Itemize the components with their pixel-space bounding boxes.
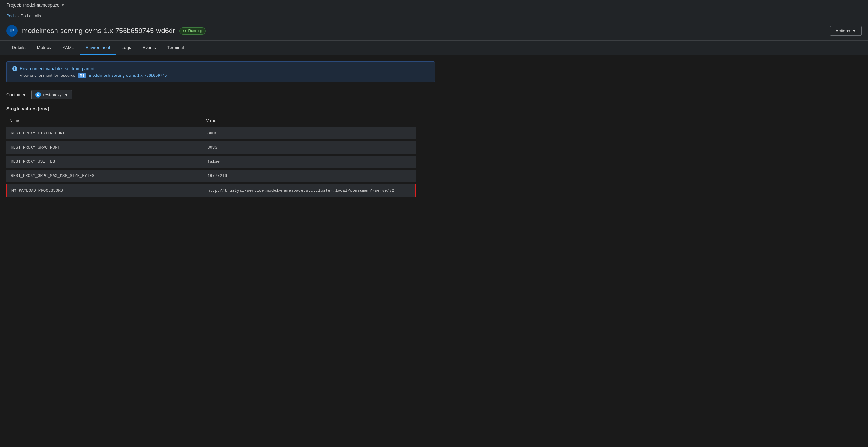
info-banner-body: View environment for resource RS modelme… <box>12 73 429 78</box>
container-label: Container: <box>6 92 27 97</box>
col-value-header: Value <box>203 117 416 125</box>
breadcrumb-pods-link[interactable]: Pods <box>6 13 16 18</box>
container-row: Container: C rest-proxy ▼ <box>6 90 862 100</box>
info-banner-body-prefix: View environment for resource <box>20 73 75 78</box>
rs-link[interactable]: modelmesh-serving-ovms-1.x-756b659745 <box>89 73 167 78</box>
tab-environment[interactable]: Environment <box>80 41 116 55</box>
project-selector[interactable]: Project: model-namespace ▼ <box>6 2 65 7</box>
actions-label: Actions <box>836 28 850 33</box>
tab-logs[interactable]: Logs <box>116 41 137 55</box>
env-value-cell: false <box>203 156 416 168</box>
tab-events[interactable]: Events <box>137 41 162 55</box>
breadcrumb: Pods › Pod details <box>0 10 868 22</box>
env-value-cell: http://trustyai-service.model-namespace.… <box>203 184 416 197</box>
tab-yaml[interactable]: YAML <box>57 41 80 55</box>
table-row: REST_PROXY_LISTEN_PORT8008 <box>6 127 416 139</box>
env-name-cell: REST_PROXY_LISTEN_PORT <box>6 127 203 139</box>
tab-metrics[interactable]: Metrics <box>31 41 57 55</box>
project-chevron-icon: ▼ <box>61 3 65 7</box>
info-banner: i Environment variables set from parent … <box>6 61 435 82</box>
table-row: REST_PROXY_GRPC_PORT8033 <box>6 141 416 153</box>
top-bar: Project: model-namespace ▼ <box>0 0 868 10</box>
tabs-nav: Details Metrics YAML Environment Logs Ev… <box>0 41 868 55</box>
actions-button[interactable]: Actions ▼ <box>830 26 862 36</box>
env-value-cell: 8033 <box>203 141 416 153</box>
tab-details[interactable]: Details <box>6 41 31 55</box>
breadcrumb-separator: › <box>18 14 19 18</box>
container-icon: C <box>35 92 41 98</box>
info-banner-title: i Environment variables set from parent <box>12 66 429 71</box>
status-text: Running <box>188 29 203 33</box>
breadcrumb-current: Pod details <box>21 13 41 18</box>
info-icon: i <box>12 66 17 71</box>
env-name-cell: REST_PROXY_USE_TLS <box>6 156 203 168</box>
table-row: MM_PAYLOAD_PROCESSORShttp://trustyai-ser… <box>6 184 416 197</box>
table-row: REST_PROXY_GRPC_MAX_MSG_SIZE_BYTES167772… <box>6 170 416 182</box>
main-content: i Environment variables set from parent … <box>0 55 868 206</box>
env-table: Name Value REST_PROXY_LISTEN_PORT8008RES… <box>6 115 416 199</box>
info-banner-title-text: Environment variables set from parent <box>20 66 95 71</box>
running-icon: ↻ <box>183 29 186 33</box>
env-section-title: Single values (env) <box>6 106 862 111</box>
container-dropdown[interactable]: C rest-proxy ▼ <box>31 90 72 100</box>
env-name-cell: REST_PROXY_GRPC_PORT <box>6 141 203 153</box>
project-name: model-namespace <box>23 2 59 7</box>
rs-badge: RS <box>78 73 86 78</box>
container-name: rest-proxy <box>43 93 62 97</box>
table-row: REST_PROXY_USE_TLSfalse <box>6 156 416 168</box>
pod-icon: P <box>6 25 18 36</box>
env-value-cell: 8008 <box>203 127 416 139</box>
status-badge: ↻ Running <box>179 27 206 35</box>
tab-terminal[interactable]: Terminal <box>162 41 190 55</box>
env-value-cell: 16777216 <box>203 170 416 182</box>
col-name-header: Name <box>6 117 203 125</box>
pod-header-left: P modelmesh-serving-ovms-1.x-756b659745-… <box>6 25 206 36</box>
pod-name: modelmesh-serving-ovms-1.x-756b659745-wd… <box>22 27 175 35</box>
env-name-cell: MM_PAYLOAD_PROCESSORS <box>6 184 203 197</box>
pod-header: P modelmesh-serving-ovms-1.x-756b659745-… <box>0 22 868 41</box>
actions-chevron-icon: ▼ <box>852 28 856 33</box>
project-label: Project: <box>6 2 21 7</box>
container-chevron-icon: ▼ <box>64 93 68 97</box>
env-name-cell: REST_PROXY_GRPC_MAX_MSG_SIZE_BYTES <box>6 170 203 182</box>
